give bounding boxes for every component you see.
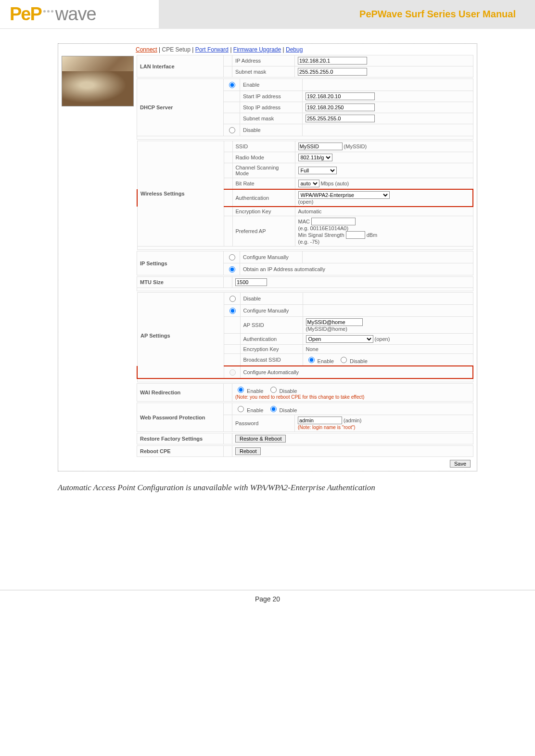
wireless-table: Wireless Settings SSID (MySSID) Radio Mo… [137, 141, 473, 250]
dhcp-start-input[interactable] [306, 92, 375, 100]
prefap-label: Preferred AP [232, 216, 295, 247]
minsig-hint: (e.g. -75) [298, 239, 320, 245]
dhcp-section-label: DHCP Server [137, 79, 224, 136]
lan-ip-label: IP Address [232, 55, 295, 66]
webpw-input[interactable] [298, 417, 342, 424]
tab-debug[interactable]: Debug [286, 46, 303, 53]
enckey-value: Automatic [295, 207, 473, 216]
ip-section-label: IP Settings [137, 251, 224, 275]
minsig-input[interactable] [346, 231, 365, 239]
reboot-button[interactable]: Reboot [235, 447, 261, 455]
scan-mode-label: Channel Scanning Mode [232, 163, 295, 178]
tab-port-forward[interactable]: Port Forward [195, 46, 229, 53]
lan-subnet-label: Subnet mask [232, 66, 295, 78]
tab-firmware-upgrade[interactable]: Firmware Upgrade [233, 46, 281, 53]
auth-hint: (open) [298, 199, 314, 205]
wai-disable-label: Disable [280, 388, 297, 394]
wai-disable-radio[interactable] [270, 387, 277, 393]
dhcp-stop-input[interactable] [306, 104, 375, 111]
mtu-section-label: MTU Size [137, 277, 224, 288]
auth-select[interactable]: WPA/WPA2-Enterprise [298, 191, 390, 199]
dhcp-table: DHCP Server Enable Start IP address Stop… [137, 78, 473, 140]
dhcp-enable-radio[interactable] [229, 82, 235, 88]
ip-settings-table: IP Settings Configure Manually Obtain an… [137, 251, 473, 275]
restore-section-label: Restore Factory Settings [137, 433, 224, 444]
reboot-table: Reboot CPE Reboot [137, 445, 473, 457]
lan-ip-input[interactable] [298, 57, 367, 65]
wai-enable-radio[interactable] [238, 387, 244, 393]
logo: PeP wave [0, 4, 159, 25]
ap-settings-table: AP Settings Disable Configure Manually A… [137, 292, 473, 382]
ap-disable-label: Disable [240, 293, 303, 305]
nav-tabs: Connect | CPE Setup | Port Forward | Fir… [59, 44, 476, 54]
dhcp-start-label: Start IP address [240, 91, 303, 102]
mtu-input[interactable] [235, 278, 267, 286]
mac-label: MAC [298, 219, 310, 224]
restore-table: Restore Factory Settings Restore & Reboo… [137, 433, 473, 444]
bitrate-hint: Mbps (auto) [321, 181, 349, 186]
tab-connect[interactable]: Connect [136, 46, 157, 53]
ip-manual-label: Configure Manually [240, 251, 303, 263]
webpw-enable-label: Enable [247, 407, 263, 413]
logo-wave: wave [55, 4, 96, 25]
webpw-disable-label: Disable [280, 407, 297, 413]
tab-cpe-setup: CPE Setup [162, 46, 191, 53]
page-title: PePWave Surf Series User Manual [159, 0, 535, 29]
ip-auto-radio[interactable] [229, 266, 235, 273]
radio-mode-select[interactable]: 802.11b/g [298, 154, 332, 161]
ap-enckey-value: None [303, 345, 473, 354]
ap-disable-radio[interactable] [229, 296, 236, 302]
top-bar: PeP wave PePWave Surf Series User Manual [0, 0, 535, 29]
ap-ssid-label: AP SSID [240, 317, 303, 334]
webpw-table: Web Password Protection Enable Disable P [137, 403, 473, 432]
ap-auth-label: Authentication [240, 334, 303, 345]
mac-hint: (e.g. 00116E1014A0) [298, 225, 349, 231]
ap-manual-radio[interactable] [229, 308, 236, 314]
mtu-table: MTU Size [137, 276, 473, 291]
wai-enable-label: Enable [247, 388, 263, 394]
ssid-label: SSID [232, 141, 295, 152]
webpw-section-label: Web Password Protection [137, 403, 224, 432]
webpw-disable-radio[interactable] [270, 406, 277, 412]
ap-auth-hint: (open) [375, 336, 390, 342]
dhcp-disable-label: Disable [240, 124, 303, 136]
dhcp-disable-radio[interactable] [229, 127, 235, 133]
ssid-input[interactable] [298, 143, 343, 150]
webpw-note: (Note: login name is "root") [298, 425, 355, 430]
ip-manual-radio[interactable] [229, 254, 235, 261]
restore-button[interactable]: Restore & Reboot [235, 435, 286, 443]
ap-ssid-hint: (MySSID@home) [306, 326, 347, 332]
scan-mode-select[interactable]: Full [298, 167, 337, 174]
ap-bcast-label: Broadcast SSID [240, 354, 303, 366]
reboot-section-label: Reboot CPE [137, 446, 224, 457]
dhcp-enable-label: Enable [240, 79, 303, 91]
ap-manual-label: Configure Manually [240, 305, 303, 317]
bitrate-select[interactable]: auto [298, 180, 319, 187]
ap-ssid-input[interactable] [306, 318, 363, 326]
ap-bcast-enable-radio[interactable] [308, 357, 315, 363]
product-photo [62, 56, 134, 106]
dhcp-stop-label: Stop IP address [240, 102, 303, 113]
ap-enckey-label: Encryption Key [240, 345, 303, 354]
minsig-unit: dBm [367, 232, 378, 238]
ap-auto-radio [229, 369, 236, 376]
logo-dots-icon [43, 10, 53, 18]
minsig-label: Min Signal Strength [298, 232, 344, 238]
wai-table: WAI Redirection Enable Disable (Note: yo… [137, 383, 473, 402]
ap-bcast-disable-radio[interactable] [341, 357, 347, 363]
wireless-section-label: Wireless Settings [137, 141, 224, 247]
dhcp-subnet-input[interactable] [306, 115, 375, 122]
mac-input[interactable] [311, 218, 356, 225]
webpw-enable-radio[interactable] [238, 406, 244, 412]
auth-label: Authentication [232, 189, 295, 207]
page-footer: Page 20 [0, 590, 535, 613]
ssid-hint: (MySSID) [344, 143, 367, 149]
lan-subnet-input[interactable] [298, 68, 367, 76]
config-screenshot: Connect | CPE Setup | Port Forward | Fir… [58, 43, 477, 471]
ip-auto-label: Obtain an IP Address automatically [240, 263, 473, 275]
enckey-label: Encryption Key [232, 207, 295, 216]
ap-auth-select[interactable]: Open [306, 335, 373, 343]
ap-section-label: AP Settings [137, 293, 224, 379]
save-button[interactable]: Save [450, 460, 471, 468]
ap-bcast-disable-label: Disable [350, 358, 368, 364]
